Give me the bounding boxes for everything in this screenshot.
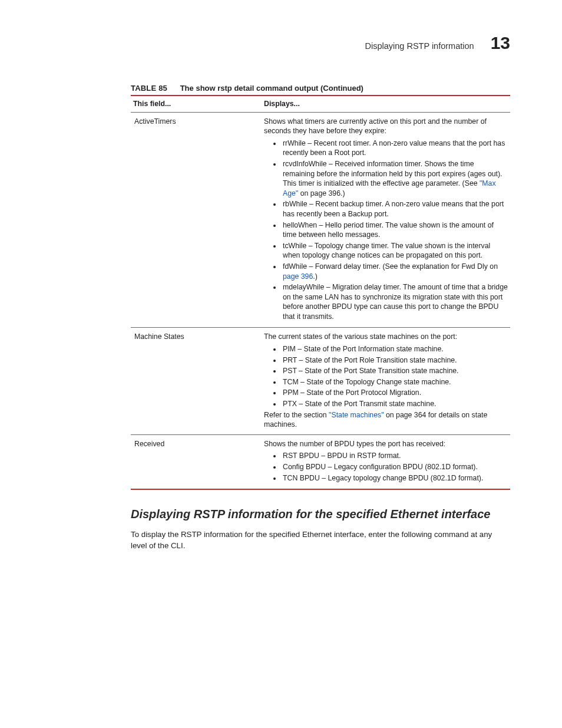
table-number: TABLE 85 <box>131 84 167 93</box>
list-item: TCM – State of the Topology Change state… <box>282 377 508 387</box>
table-header-displays: Displays... <box>262 96 510 112</box>
cell-field: Machine States <box>131 328 262 434</box>
table-title: The show rstp detail command output (Con… <box>180 84 363 93</box>
xref-link[interactable]: "State machines" <box>329 411 384 419</box>
cell-lead: Shows what timers are currently active o… <box>264 117 508 136</box>
bullet-list: RST BPDU – BPDU in RSTP format. Config B… <box>264 451 508 483</box>
list-item: PRT – State of the Port Role Transition … <box>282 355 508 365</box>
list-item: TCN BPDU – Legacy topology change BPDU (… <box>282 473 508 483</box>
rstp-detail-table: This field... Displays... ActiveTimers S… <box>131 96 510 490</box>
table-bottom-rule <box>131 489 510 490</box>
text: rcvdInfoWhile – Received information tim… <box>283 160 503 187</box>
list-item: helloWhen – Hello period timer. The valu… <box>282 220 508 240</box>
list-item: tcWhile – Topology change timer. The val… <box>282 241 508 261</box>
list-item: rrWhile – Recent root timer. A non-zero … <box>282 139 508 158</box>
cell-displays: Shows the number of BPDU types the port … <box>262 435 510 489</box>
cell-displays: The current states of the various state … <box>262 328 510 434</box>
body-paragraph: To display the RSTP information for the … <box>131 529 510 552</box>
list-item: PST – State of the Port State Transition… <box>282 366 508 376</box>
xref-link[interactable]: page 396 <box>283 272 313 281</box>
list-item: RST BPDU – BPDU in RSTP format. <box>282 451 508 461</box>
table-header-row: This field... Displays... <box>131 96 510 112</box>
table-row: Machine States The current states of the… <box>131 328 510 434</box>
text: on page 396.) <box>298 189 345 197</box>
cell-lead: Shows the number of BPDU types the port … <box>264 439 508 449</box>
list-item: rcvdInfoWhile – Received information tim… <box>282 159 508 198</box>
cell-tail: Refer to the section "State machines" on… <box>264 410 508 430</box>
cell-displays: Shows what timers are currently active o… <box>262 113 510 328</box>
running-header: Displaying RSTP information 13 <box>131 33 510 53</box>
list-item: Config BPDU – Legacy configuration BPDU … <box>282 462 508 472</box>
cell-field: ActiveTimers <box>131 113 262 328</box>
text: fdWhile – Forward delay timer. (See the … <box>283 262 498 271</box>
table-row: Received Shows the number of BPDU types … <box>131 435 510 489</box>
table-header-field: This field... <box>131 96 262 112</box>
text: Refer to the section <box>264 411 329 419</box>
list-item: PIM – State of the Port Information stat… <box>282 344 508 354</box>
table-row: ActiveTimers Shows what timers are curre… <box>131 113 510 328</box>
cell-field: Received <box>131 435 262 489</box>
list-item: PTX – State of the Port Transmit state m… <box>282 399 508 409</box>
table-caption: TABLE 85 The show rstp detail command ou… <box>131 84 510 93</box>
bullet-list: PIM – State of the Port Information stat… <box>264 344 508 409</box>
list-item: PPM – State of the Port Protocol Migrati… <box>282 388 508 398</box>
running-header-chapter: 13 <box>491 33 510 53</box>
running-header-title: Displaying RSTP information <box>365 41 474 51</box>
bullet-list: rrWhile – Recent root timer. A non-zero … <box>264 139 508 322</box>
list-item: rbWhile – Recent backup timer. A non-zer… <box>282 199 508 219</box>
section-heading: Displaying RSTP information for the spec… <box>131 508 510 521</box>
cell-lead: The current states of the various state … <box>264 332 508 342</box>
list-item: mdelayWhile – Migration delay timer. The… <box>282 282 508 321</box>
list-item: fdWhile – Forward delay timer. (See the … <box>282 262 508 281</box>
text: .) <box>313 272 318 281</box>
